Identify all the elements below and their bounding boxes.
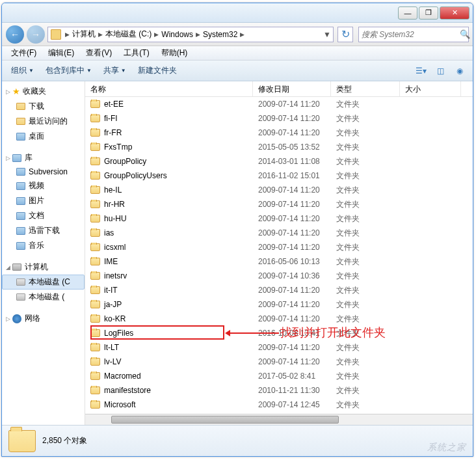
menu-view[interactable]: 查看(V) bbox=[81, 46, 117, 60]
file-row[interactable]: Macromed2017-05-02 8:41文件夹 bbox=[85, 369, 473, 383]
status-bar: 2,850 个对象 系统之家 bbox=[2, 425, 473, 456]
file-row[interactable]: IME2016-05-06 10:13文件夹 bbox=[85, 254, 473, 269]
minimize-button[interactable]: — bbox=[398, 7, 417, 20]
content-area: ▷★收藏夹 下载 最近访问的 桌面 ▷库 Subversion 视频 图片 文档… bbox=[2, 81, 473, 425]
menu-edit[interactable]: 编辑(E) bbox=[43, 46, 79, 60]
search-input[interactable] bbox=[362, 30, 460, 39]
folder-icon bbox=[90, 143, 100, 151]
view-options-icon[interactable]: ☰▾ bbox=[413, 64, 429, 78]
sidebar-drive-c[interactable]: 本地磁盘 (C bbox=[2, 275, 85, 290]
folder-icon bbox=[16, 103, 25, 110]
sidebar-recent[interactable]: 最近访问的 bbox=[2, 114, 85, 129]
breadcrumb-windows[interactable]: Windows bbox=[160, 30, 194, 39]
network-icon bbox=[12, 314, 21, 323]
forward-button[interactable]: → bbox=[27, 25, 45, 44]
file-row[interactable]: he-IL2009-07-14 11:20文件夹 bbox=[85, 183, 473, 197]
file-row[interactable]: it-IT2009-07-14 11:20文件夹 bbox=[85, 283, 473, 297]
folder-icon bbox=[90, 315, 100, 323]
file-row[interactable]: et-EE2009-07-14 11:20文件夹 bbox=[85, 97, 473, 111]
file-date: 2009-07-14 11:20 bbox=[253, 228, 331, 237]
file-type: 文件夹 bbox=[331, 371, 400, 382]
file-type: 文件夹 bbox=[331, 242, 400, 253]
sidebar-desktop[interactable]: 桌面 bbox=[2, 129, 85, 144]
file-row[interactable]: ja-JP2009-07-14 11:20文件夹 bbox=[85, 297, 473, 312]
folder-icon bbox=[51, 29, 61, 40]
col-size[interactable]: 大小 bbox=[400, 81, 461, 96]
sidebar-drive-other[interactable]: 本地磁盘 ( bbox=[2, 290, 85, 304]
file-row[interactable]: inetsrv2009-07-14 10:36文件夹 bbox=[85, 269, 473, 283]
file-row[interactable]: GroupPolicyUsers2016-11-02 15:01文件夹 bbox=[85, 169, 473, 183]
col-name[interactable]: 名称 bbox=[85, 81, 253, 96]
close-button[interactable]: ✕ bbox=[440, 7, 469, 20]
network-group[interactable]: ▷网络 bbox=[2, 311, 85, 326]
col-type[interactable]: 类型 bbox=[331, 81, 400, 96]
file-row[interactable]: FxsTmp2015-05-05 13:52文件夹 bbox=[85, 140, 473, 154]
breadcrumb-system32[interactable]: System32 bbox=[202, 30, 239, 39]
sidebar-xunlei[interactable]: 迅雷下载 bbox=[2, 223, 85, 238]
folder-icon bbox=[90, 200, 100, 208]
status-text: 2,850 个对象 bbox=[42, 435, 87, 446]
file-type: 文件夹 bbox=[331, 199, 400, 210]
file-row[interactable]: lt-LT2009-07-14 11:20文件夹 bbox=[85, 340, 473, 355]
search-box[interactable]: 🔍 bbox=[358, 27, 469, 42]
libraries-group[interactable]: ▷库 bbox=[2, 150, 85, 165]
col-date[interactable]: 修改日期 bbox=[253, 81, 331, 96]
sidebar-downloads[interactable]: 下载 bbox=[2, 99, 85, 114]
favorites-group[interactable]: ▷★收藏夹 bbox=[2, 84, 85, 99]
menu-tools[interactable]: 工具(T) bbox=[118, 46, 154, 60]
file-name: et-EE bbox=[104, 100, 124, 109]
file-date: 2016-05-06 10:13 bbox=[253, 257, 331, 266]
file-row[interactable]: manifeststore2010-11-21 11:30文件夹 bbox=[85, 383, 473, 398]
include-button[interactable]: 包含到库中 bbox=[42, 63, 96, 78]
file-row[interactable]: ias2009-07-14 11:20文件夹 bbox=[85, 226, 473, 240]
file-row[interactable]: hu-HU2009-07-14 11:20文件夹 bbox=[85, 211, 473, 226]
share-button[interactable]: 共享 bbox=[99, 63, 130, 78]
file-date: 2016-10-08 13:41 bbox=[253, 329, 331, 338]
file-row[interactable]: lv-LV2009-07-14 11:20文件夹 bbox=[85, 355, 473, 369]
sidebar-documents[interactable]: 文档 bbox=[2, 208, 85, 223]
sidebar-pictures[interactable]: 图片 bbox=[2, 193, 85, 208]
file-row[interactable]: fi-FI2009-07-14 11:20文件夹 bbox=[85, 111, 473, 126]
preview-pane-icon[interactable]: ◫ bbox=[432, 64, 448, 78]
sidebar-subversion[interactable]: Subversion bbox=[2, 165, 85, 178]
breadcrumb-drive[interactable]: 本地磁盘 (C:) bbox=[104, 29, 153, 40]
command-bar: 组织 包含到库中 共享 新建文件夹 ☰▾ ◫ ◉ bbox=[2, 61, 473, 81]
folder-icon bbox=[90, 329, 100, 337]
folder-icon bbox=[8, 430, 36, 452]
organize-button[interactable]: 组织 bbox=[7, 63, 38, 78]
file-row[interactable]: fr-FR2009-07-14 11:20文件夹 bbox=[85, 126, 473, 140]
computer-group[interactable]: ◢计算机 bbox=[2, 260, 85, 275]
back-button[interactable]: ← bbox=[6, 25, 24, 44]
newfolder-button[interactable]: 新建文件夹 bbox=[134, 63, 181, 78]
help-icon[interactable]: ◉ bbox=[452, 64, 468, 78]
file-row[interactable]: Microsoft2009-07-14 12:45文件夹 bbox=[85, 398, 473, 412]
file-row[interactable]: LogFiles2016-10-08 13:41文件夹 bbox=[85, 326, 473, 340]
file-list[interactable]: et-EE2009-07-14 11:20文件夹fi-FI2009-07-14 … bbox=[85, 97, 473, 414]
sidebar-videos[interactable]: 视频 bbox=[2, 178, 85, 193]
file-row[interactable]: icsxml2009-07-14 11:20文件夹 bbox=[85, 240, 473, 254]
file-name: ko-KR bbox=[104, 314, 126, 323]
file-row[interactable]: hr-HR2009-07-14 11:20文件夹 bbox=[85, 197, 473, 211]
menu-help[interactable]: 帮助(H) bbox=[156, 46, 193, 60]
breadcrumb-computer[interactable]: 计算机 bbox=[71, 29, 97, 40]
sidebar-music[interactable]: 音乐 bbox=[2, 238, 85, 253]
breadcrumb-sep[interactable] bbox=[194, 31, 202, 38]
file-name: fr-FR bbox=[104, 128, 122, 137]
breadcrumb-sep[interactable] bbox=[97, 31, 104, 38]
address-dropdown[interactable]: ▼ bbox=[321, 30, 333, 39]
breadcrumb-sep[interactable] bbox=[64, 31, 71, 38]
horizontal-scrollbar[interactable] bbox=[85, 414, 473, 425]
menu-file[interactable]: 文件(F) bbox=[6, 46, 42, 60]
folder-icon bbox=[90, 186, 100, 194]
breadcrumb-sep[interactable] bbox=[239, 31, 246, 38]
file-date: 2009-07-14 11:20 bbox=[253, 128, 331, 137]
refresh-button[interactable]: ↻ bbox=[337, 27, 353, 42]
folder-icon bbox=[90, 358, 100, 366]
file-row[interactable]: GroupPolicy2014-03-01 11:08文件夹 bbox=[85, 154, 473, 169]
file-type: 文件夹 bbox=[331, 385, 400, 396]
breadcrumb-sep[interactable] bbox=[153, 31, 160, 38]
address-bar[interactable]: 计算机 本地磁盘 (C:) Windows System32 ▼ bbox=[47, 27, 334, 42]
maximize-button[interactable]: ❐ bbox=[419, 7, 438, 20]
scrollbar-thumb[interactable] bbox=[111, 416, 339, 424]
file-row[interactable]: ko-KR2009-07-14 11:20文件夹 bbox=[85, 312, 473, 326]
